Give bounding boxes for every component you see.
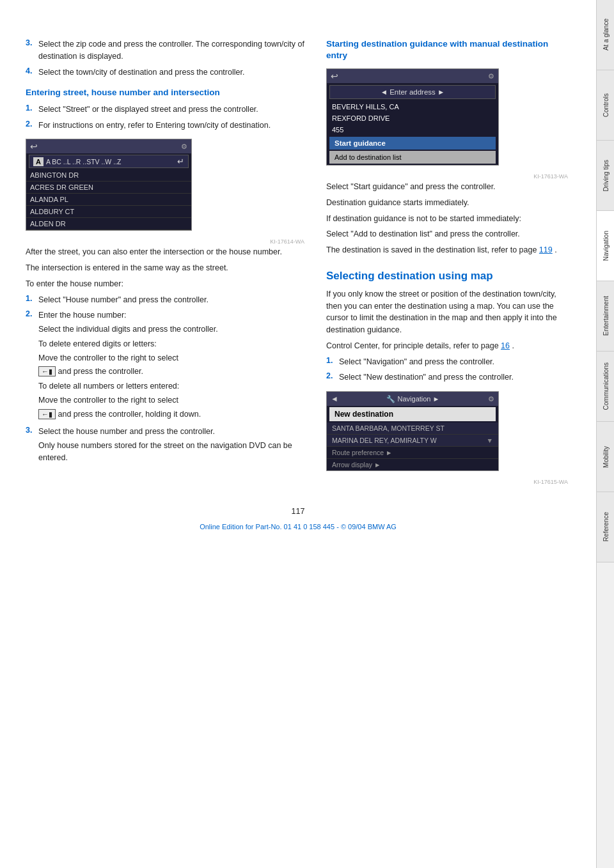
screen-label-2: KI-17615-WA	[326, 479, 568, 485]
list-item: 1. Select "Navigation" and press the con…	[326, 356, 571, 368]
new-destination-btn[interactable]: New destination	[329, 407, 496, 421]
sidebar-tab-label: Navigation	[602, 231, 610, 261]
sidebar-tab-mobility[interactable]: Mobility	[597, 422, 614, 492]
sidebar-tab-reference[interactable]: Reference	[597, 492, 614, 562]
sidebar-tab-label: Driving tips	[602, 160, 610, 191]
list-item: 2. Select "New destination" and press th…	[326, 371, 571, 384]
sidebar-tab-entertainment[interactable]: Entertainment	[597, 281, 614, 352]
start-guidance-btn[interactable]: Start guidance	[329, 137, 496, 150]
selecting-destination-section: Selecting destination using map If you o…	[326, 269, 571, 485]
option-row-2: Arrow display ►	[327, 459, 498, 470]
item-text: Select "Navigation" and press the contro…	[339, 356, 494, 368]
back-icon: ↩	[331, 71, 338, 81]
item-text: Select "New destination" and press the c…	[339, 371, 514, 384]
settings-icon: ⚙	[488, 72, 494, 81]
screen-label: KI-17613-WA	[326, 173, 568, 180]
item-text: Select "Street" or the displayed street …	[38, 104, 258, 116]
back-icon: ↩	[30, 141, 38, 151]
sidebar-tab-label: Mobility	[602, 446, 610, 468]
sidebar-tab-driving-tips[interactable]: Driving tips	[597, 141, 614, 211]
right-column: Starting destination guidance with manua…	[326, 38, 571, 486]
guidance-para-1: Select "Start guidance" and press the co…	[326, 181, 571, 193]
sidebar-tab-label: Entertainment	[602, 296, 610, 336]
sidebar-tabs: At a glance Controls Driving tips Naviga…	[596, 0, 614, 868]
entering-street-section: Entering street, house number and inters…	[26, 87, 307, 131]
item-number: 3.	[26, 38, 35, 63]
sidebar-tab-at-a-glance[interactable]: At a glance	[597, 0, 614, 70]
nav-screen-guidance: ↩ ⚙ ◄ Enter address ► BEVERLY HILLS, CA …	[326, 68, 499, 166]
selecting-intro: If you only know the street or position …	[326, 288, 571, 336]
sidebar-tab-label: Controls	[602, 93, 610, 117]
intersection-text: The intersection is entered in the same …	[26, 262, 307, 274]
guidance-para-3: If destination guidance is not to be sta…	[326, 213, 571, 225]
back-icon: ◄	[331, 394, 338, 403]
guidance-para-2: Destination guidance starts immediately.	[326, 197, 571, 209]
item-text: Select "House number" and press the cont…	[38, 294, 209, 306]
dest-row-1: SANTA BARBARA, MONTERREY ST	[327, 422, 498, 435]
addr-line-2: REXFORD DRIVE	[327, 112, 498, 124]
list-item: 3. Select the house number and press the…	[26, 426, 307, 465]
list-item-row: ABINGTON DR	[26, 169, 191, 182]
item-number: 4.	[26, 66, 35, 79]
sidebar-tab-label: Communications	[602, 362, 610, 410]
list-item: 1. Select "House number" and press the c…	[26, 294, 307, 306]
addr-line-1: BEVERLY HILLS, CA	[327, 101, 498, 112]
enter-address-btn[interactable]: ◄ Enter address ►	[329, 85, 496, 99]
nav-screen-navigation: ◄ 🔧 Navigation ► ⚙ New destination SANTA…	[326, 391, 499, 471]
settings-icon: ⚙	[181, 143, 187, 151]
sidebar-tab-label: At a glance	[602, 19, 610, 50]
starting-guidance-section: Starting destination guidance with manua…	[326, 38, 571, 256]
enter-icon: ↵	[177, 157, 184, 166]
add-to-list-btn[interactable]: Add to destination list	[329, 151, 496, 164]
guidance-para-4: Select "Add to destination list" and pre…	[326, 228, 571, 240]
item-number: 1.	[26, 294, 35, 306]
item-number: 1.	[326, 356, 335, 368]
item-text: Enter the house number: Select the indiv…	[38, 309, 218, 422]
item-number: 3.	[26, 426, 35, 465]
keyboard-row: A A BC ..L ..R ..STV ..W ..Z ↵	[29, 155, 189, 168]
dest-row-2: MARINA DEL REY, ADMIRALTY W▼	[327, 435, 498, 447]
sidebar-tab-communications[interactable]: Communications	[597, 352, 614, 422]
settings-icon: ⚙	[488, 395, 494, 403]
edition-text: Online Edition for Part-No. 01 41 0 158 …	[0, 522, 596, 532]
left-column: 3. Select the zip code and press the con…	[26, 38, 307, 486]
item-number: 2.	[326, 371, 335, 384]
item-text: Select the house number and press the co…	[38, 426, 307, 465]
section-heading-starting-guidance: Starting destination guidance with manua…	[326, 38, 571, 61]
page-number: 117	[0, 506, 596, 518]
list-item-row: ALDEN DR	[26, 218, 191, 230]
item-text: Select the town/city of destination and …	[38, 66, 244, 79]
after-screen-text: After the street, you can also enter the…	[26, 246, 307, 258]
control-center-text: Control Center, for principle details, r…	[326, 340, 571, 352]
item-text: Select the zip code and press the contro…	[38, 38, 307, 63]
sidebar-tab-controls[interactable]: Controls	[597, 70, 614, 141]
option-row-1: Route preference ►	[327, 447, 498, 459]
sidebar-tab-navigation[interactable]: Navigation	[597, 211, 614, 281]
section-heading-entering-street: Entering street, house number and inters…	[26, 87, 307, 98]
list-item-row: ALDBURY CT	[26, 206, 191, 218]
list-item: 4. Select the town/city of destination a…	[26, 66, 307, 79]
list-item-row: ALANDA PL	[26, 194, 191, 206]
page-link-119[interactable]: 119	[539, 245, 553, 254]
item-number: 2.	[26, 120, 35, 132]
item-text: For instructions on entry, refer to Ente…	[38, 120, 271, 132]
item-number: 2.	[26, 309, 35, 422]
nav-title: 🔧 Navigation ►	[386, 395, 439, 403]
sidebar-tab-label: Reference	[602, 512, 610, 541]
page-link-16[interactable]: 16	[501, 341, 510, 350]
guidance-para-5: The destination is saved in the destinat…	[326, 244, 571, 256]
section-heading-selecting-destination: Selecting destination using map	[326, 269, 571, 283]
screen-label: KI-17614-WA	[26, 238, 304, 245]
house-number-label: To enter the house number:	[26, 278, 307, 290]
item-number: 1.	[26, 104, 35, 116]
list-item: 2. For instructions on entry, refer to E…	[26, 120, 307, 132]
list-item: 2. Enter the house number: Select the in…	[26, 309, 307, 422]
screen-mockup-street: ↩ ⚙ A A BC ..L ..R ..STV ..W ..Z ↵ ABING…	[26, 139, 192, 231]
addr-line-3: 455	[327, 124, 498, 136]
list-item: 3. Select the zip code and press the con…	[26, 38, 307, 63]
list-item-row: ACRES DR GREEN	[26, 182, 191, 194]
list-item: 1. Select "Street" or the displayed stre…	[26, 104, 307, 116]
page-footer: 117 Online Edition for Part-No. 01 41 0 …	[0, 506, 596, 536]
